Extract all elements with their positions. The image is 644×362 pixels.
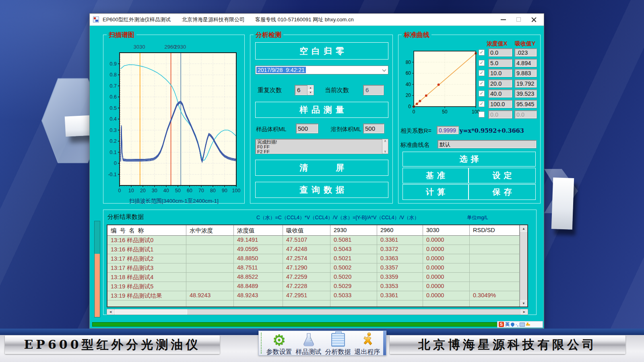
table-row[interactable]: 13:19 样品测试548.848947.22280.50290.33530.0… [107, 282, 527, 291]
title-bar[interactable]: EP600型红外测油仪样品测试 北京博海星源科技有限公司 客服专线 010-57… [90, 14, 544, 26]
sample-volume-field[interactable]: 500 [296, 123, 318, 134]
analysis-group-title: 分析检测 [254, 31, 283, 39]
close-icon[interactable] [531, 17, 537, 22]
launcher-separator [261, 333, 262, 354]
stepper-up-icon[interactable]: ▲ [308, 85, 314, 90]
ime-brush-icon[interactable] [510, 322, 515, 327]
absorbance-y-field[interactable]: 19.792 [514, 79, 537, 88]
table-cell: 13:19 样品测试结果 [107, 291, 186, 300]
absorbance-y-field[interactable]: 95.945 [514, 100, 537, 108]
table-row[interactable]: 13:16 样品测试049.149147.51070.50810.33610.0… [107, 236, 527, 245]
launcher-item-settings[interactable]: ⚙ 参数设置 [264, 332, 294, 356]
ime-keyboard-icon[interactable] [520, 323, 525, 327]
clear-screen-button[interactable]: 清 屏 [255, 160, 388, 176]
current-count-field[interactable]: 6 [363, 85, 384, 95]
launcher-item-sample-test[interactable]: 样品测试 [294, 332, 323, 356]
std-point-row: 0.00.0 [398, 110, 540, 119]
concentration-x-field[interactable]: 100.0 [488, 100, 512, 108]
correlation-value-field[interactable]: 0.9999 [437, 126, 459, 134]
calculate-button[interactable]: 计算 [402, 184, 469, 200]
baseline-button[interactable]: 基准 [402, 168, 469, 183]
ime-language-toggle[interactable]: 英 [505, 321, 510, 327]
checkbox-checked[interactable]: ✓ [479, 49, 485, 56]
svg-text:0.3: 0.3 [110, 128, 117, 133]
curve-name-field[interactable]: 默认 [438, 140, 537, 148]
absorbance-y-field[interactable]: .023 [514, 48, 537, 57]
svg-text:0.1: 0.1 [110, 150, 117, 155]
table-row[interactable]: 13:18 样品测试448.852247.22590.50200.33590.0… [107, 273, 527, 282]
maximize-icon[interactable] [516, 17, 521, 22]
table-row[interactable] [107, 300, 527, 307]
ime-toolbar[interactable]: S 英 ·, [497, 321, 543, 328]
table-row[interactable]: 13:19 样品测试结果48.924348.924347.29510.50330… [107, 291, 527, 300]
status-log-list[interactable]: 完成扫描!F0 FFF2 FF ∧ ∨ [255, 139, 388, 154]
std-point-row: ✓40.039.523 [398, 89, 540, 98]
scrollbar-thumb[interactable] [115, 309, 187, 315]
scroll-down-icon[interactable]: ∨ [382, 150, 388, 154]
current-count-label: 当前次数 [325, 86, 349, 94]
checkbox-checked[interactable]: ✓ [479, 90, 485, 97]
stepper-down-icon[interactable]: ▼ [308, 90, 314, 95]
log-scrollbar[interactable]: ∧ ∨ [382, 139, 388, 154]
scroll-right-icon[interactable]: ► [521, 309, 528, 315]
launcher-item-exit[interactable]: 退出程序 [353, 332, 382, 356]
concentration-x-field[interactable]: 40.0 [488, 89, 512, 98]
launcher-item-analysis-data[interactable]: 分析数据 [323, 332, 353, 356]
table-cell: 0.0000 [423, 282, 470, 291]
concentration-x-field[interactable]: 5.0 [488, 59, 512, 67]
solvent-volume-field[interactable]: 500 [363, 123, 384, 134]
select-button[interactable]: 选择 [402, 152, 536, 167]
scroll-down-icon[interactable]: ▼ [520, 300, 527, 306]
scroll-left-icon[interactable]: ◄ [107, 309, 114, 315]
set-button[interactable]: 设定 [469, 168, 536, 183]
concentration-x-field[interactable]: 0.0 [488, 48, 512, 57]
checkbox-checked[interactable]: ✓ [479, 80, 485, 86]
checkbox-unchecked[interactable] [479, 111, 485, 117]
absorbance-y-field[interactable]: 4.894 [514, 59, 537, 67]
ime-punctuation-icon[interactable]: ·, [516, 322, 518, 327]
table-cell: 0.0000 [423, 273, 470, 282]
datetime-combobox[interactable]: 2017/9/28 9:42:21 [255, 66, 388, 74]
results-table[interactable]: 编 号 名 称水中浓度浓度值吸收值293029603030RSD/SD13:16… [107, 224, 528, 307]
table-cell: 13:16 样品测试1 [107, 245, 186, 254]
std-point-row: ✓0.0.023 [398, 48, 540, 57]
absorbance-y-field[interactable]: 0.0 [514, 110, 537, 119]
concentration-x-field[interactable]: 10.0 [488, 69, 512, 77]
table-vertical-scrollbar[interactable]: ▲ ▼ [520, 225, 527, 306]
spectrum-chart: 0102030405060708090100-0.100.10.20.30.40… [107, 46, 242, 196]
absorbance-y-field[interactable]: 9.883 [514, 69, 537, 77]
checkbox-checked[interactable]: ✓ [479, 101, 485, 107]
checkbox-checked[interactable]: ✓ [479, 60, 485, 66]
scroll-up-icon[interactable]: ▲ [520, 225, 527, 232]
column-header: 吸收值 [283, 225, 330, 236]
flask-icon [302, 333, 316, 347]
checkbox-checked[interactable]: ✓ [479, 70, 485, 76]
table-cell: 13:16 样品测试0 [107, 236, 186, 245]
repeat-count-stepper[interactable]: 6 ▲ ▼ [295, 85, 314, 95]
absorbance-y-field[interactable]: 39.523 [514, 89, 537, 98]
table-cell: 48.9243 [234, 291, 283, 300]
sogou-icon[interactable]: S [499, 322, 504, 327]
table-row[interactable]: 13:16 样品测试149.059547.42480.50430.33720.0… [107, 245, 527, 254]
table-row[interactable]: 13:17 样品测试348.751147.12900.50020.33570.0… [107, 263, 527, 273]
svg-text:10: 10 [128, 188, 134, 193]
blank-zero-button[interactable]: 空白归零 [255, 42, 388, 60]
scroll-up-icon[interactable]: ∧ [382, 139, 388, 143]
column-header: 浓度值 [234, 225, 283, 236]
absorbance-y-header: 吸收值Y [515, 40, 535, 47]
concentration-x-field[interactable]: 0.0 [488, 110, 512, 119]
gear-icon: ⚙ [272, 333, 286, 348]
curve-name-label: 标准曲线名 [400, 141, 430, 149]
query-data-button[interactable]: 查询数据 [255, 182, 388, 198]
concentration-x-field[interactable]: 20.0 [488, 79, 512, 88]
launcher-label: 参数设置 [266, 348, 292, 356]
save-button[interactable]: 保存 [469, 184, 536, 200]
table-horizontal-scrollbar[interactable]: ◄ ► [107, 309, 528, 315]
sample-volume-label: 样品体积ML [256, 126, 286, 133]
ime-toolbox-icon[interactable] [526, 323, 530, 327]
sample-measure-button[interactable]: 样品测量 [255, 102, 388, 118]
table-row[interactable]: 13:17 样品测试248.885047.25740.50210.33630.0… [107, 254, 527, 263]
chevron-down-icon[interactable] [380, 66, 388, 74]
column-header: 2930 [330, 225, 377, 236]
minimize-icon[interactable] [501, 19, 506, 20]
